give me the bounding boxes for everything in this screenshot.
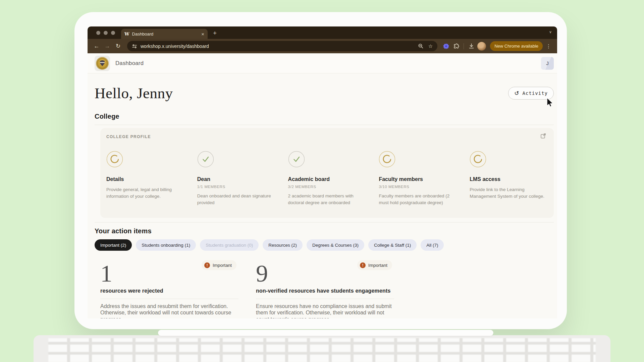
- step-description: Faculty members are onboarded (2 must ho…: [379, 193, 456, 206]
- tab-close-icon[interactable]: ×: [201, 31, 204, 37]
- step-description: Provide general, legal and billing infor…: [106, 186, 184, 199]
- filter-chip-all[interactable]: All (7): [421, 239, 444, 251]
- filter-chip-students-graduation[interactable]: Students graduation (0): [200, 239, 259, 251]
- step-title: Faculty members: [379, 176, 456, 182]
- forward-icon[interactable]: →: [103, 43, 112, 50]
- complete-check-icon: [197, 151, 214, 168]
- back-icon[interactable]: ←: [92, 43, 101, 50]
- important-badge-label: Important: [213, 263, 232, 268]
- filter-chip-students-onboarding[interactable]: Students onboarding (1): [136, 239, 196, 251]
- step-members: 3/10 MEMBERS: [379, 185, 456, 189]
- action-items-section-title: Your action items: [95, 227, 554, 235]
- filter-chip-degrees-courses[interactable]: Degrees & Courses (3): [307, 239, 364, 251]
- laptop-hinge: [158, 330, 493, 336]
- step-title: Academic board: [288, 176, 366, 182]
- step-details[interactable]: Details Provide general, legal and billi…: [106, 151, 184, 206]
- step-academic-board[interactable]: Academic board 3/2 MEMBERS 2 academic bo…: [288, 151, 366, 206]
- action-cards: ! Important 1 resources were rejected Ad…: [100, 259, 554, 318]
- app-title: Dashboard: [115, 60, 144, 66]
- card-divider: [100, 299, 238, 299]
- step-title: Dean: [197, 176, 275, 182]
- keyboard-keys: [48, 338, 596, 362]
- important-badge: ! Important: [357, 260, 392, 270]
- action-card-rejected-resources: ! Important 1 resources were rejected Ad…: [100, 259, 238, 318]
- tab-search-chevron-icon[interactable]: ∨: [549, 30, 552, 34]
- hero-row: Hello, Jenny ↺ Activity: [95, 84, 554, 102]
- extensions-puzzle-icon[interactable]: [452, 43, 460, 50]
- step-description: Dean onboarded and dean signature provid…: [197, 193, 275, 206]
- url-text[interactable]: workshop.x.university/dashboard: [141, 44, 415, 49]
- step-description: 2 academic board members with doctoral d…: [288, 193, 366, 206]
- browser-tab-dashboard[interactable]: W Dashboard ×: [121, 29, 208, 39]
- window-controls: [88, 31, 115, 39]
- college-section-title: College: [95, 113, 554, 120]
- laptop-keyboard-deck: [34, 335, 610, 362]
- action-card-nonverified-resources: ! Important 9 non-verified resources hav…: [256, 259, 394, 318]
- filter-chip-resources[interactable]: Resources (2): [263, 239, 303, 251]
- toolbar-divider: [464, 43, 464, 49]
- important-badge-label: Important: [368, 263, 387, 268]
- address-bar[interactable]: workshop.x.university/dashboard ☆: [127, 41, 437, 51]
- browser-toolbar: ← → ↻ workshop.x.university/dashboard ☆: [88, 39, 557, 53]
- in-progress-spinner-icon: [379, 151, 395, 168]
- browser-menu-icon[interactable]: ⋮: [545, 43, 552, 49]
- college-profile-label: COLLEGE PROFILE: [106, 134, 151, 139]
- action-card-body: Address the issues and resubmit them for…: [100, 303, 238, 318]
- important-exclamation-icon: !: [204, 262, 210, 268]
- action-card-title: non-verified resources have students eng…: [256, 288, 394, 294]
- complete-check-icon: [288, 151, 305, 168]
- action-card-body: Ensure resources have no compliance issu…: [256, 303, 394, 318]
- action-filter-chips: Important (2) Students onboarding (1) St…: [95, 239, 554, 251]
- greeting-heading: Hello, Jenny: [95, 84, 173, 102]
- browser-tab-bar: W Dashboard × + ∨: [88, 26, 557, 39]
- window-minimize-button[interactable]: [104, 31, 108, 35]
- university-crest-logo[interactable]: [95, 56, 110, 71]
- activity-button-label: Activity: [523, 90, 548, 96]
- open-college-profile-icon[interactable]: [540, 133, 546, 139]
- bookmark-star-icon[interactable]: ☆: [428, 43, 433, 49]
- site-favicon-icon: W: [124, 32, 129, 37]
- download-icon[interactable]: [467, 43, 475, 49]
- step-title: LMS access: [470, 176, 547, 182]
- action-card-title: resources were rejected: [100, 288, 238, 294]
- section-divider: [95, 125, 554, 125]
- new-tab-button[interactable]: +: [213, 29, 217, 39]
- extension-gear-icon[interactable]: [442, 43, 450, 50]
- reload-icon[interactable]: ↻: [114, 43, 122, 50]
- filter-chip-college-staff[interactable]: College & Staff (1): [368, 239, 417, 251]
- step-lms-access[interactable]: LMS access Provide link to the Learning …: [470, 151, 547, 206]
- browser-window: W Dashboard × + ∨ ← → ↻ workshop.x.unive…: [88, 26, 557, 318]
- important-exclamation-icon: !: [360, 262, 366, 268]
- crest-shield: [100, 60, 105, 66]
- college-profile-card: COLLEGE PROFILE Details Provide general,…: [100, 128, 554, 218]
- mouse-cursor: [546, 98, 554, 107]
- in-progress-spinner-icon: [470, 151, 486, 168]
- crest-seal: [96, 57, 109, 70]
- window-close-button[interactable]: [96, 31, 100, 35]
- user-avatar[interactable]: J: [541, 57, 554, 70]
- in-progress-spinner-icon: [106, 151, 123, 168]
- card-divider: [256, 299, 394, 299]
- browser-profile-avatar[interactable]: [477, 42, 486, 51]
- history-icon: ↺: [514, 90, 519, 97]
- chrome-update-pill[interactable]: New Chrome available: [490, 41, 543, 51]
- window-fullscreen-button[interactable]: [111, 31, 115, 35]
- dashboard-page: Dashboard J Hello, Jenny ↺ Activity Coll…: [88, 53, 557, 318]
- step-dean[interactable]: Dean 1/1 MEMBERS Dean onboarded and dean…: [197, 151, 275, 206]
- step-members: 1/1 MEMBERS: [197, 185, 275, 189]
- page-content: Hello, Jenny ↺ Activity College COLLEGE …: [88, 84, 557, 318]
- site-settings-tune-icon[interactable]: [132, 44, 137, 49]
- section-divider: [95, 222, 554, 223]
- tab-title: Dashboard: [132, 32, 199, 37]
- app-header: Dashboard J: [88, 53, 557, 73]
- step-faculty-members[interactable]: Faculty members 3/10 MEMBERS Faculty mem…: [379, 151, 456, 206]
- filter-chip-important[interactable]: Important (2): [95, 239, 132, 251]
- step-members: 3/2 MEMBERS: [288, 185, 366, 189]
- important-badge: ! Important: [202, 260, 236, 270]
- step-description: Provide link to the Learning Management …: [470, 186, 547, 199]
- address-bar-actions: ☆: [418, 43, 433, 49]
- step-title: Details: [106, 176, 184, 182]
- zoom-out-icon[interactable]: [418, 43, 424, 49]
- college-profile-steps: Details Provide general, legal and billi…: [106, 151, 547, 206]
